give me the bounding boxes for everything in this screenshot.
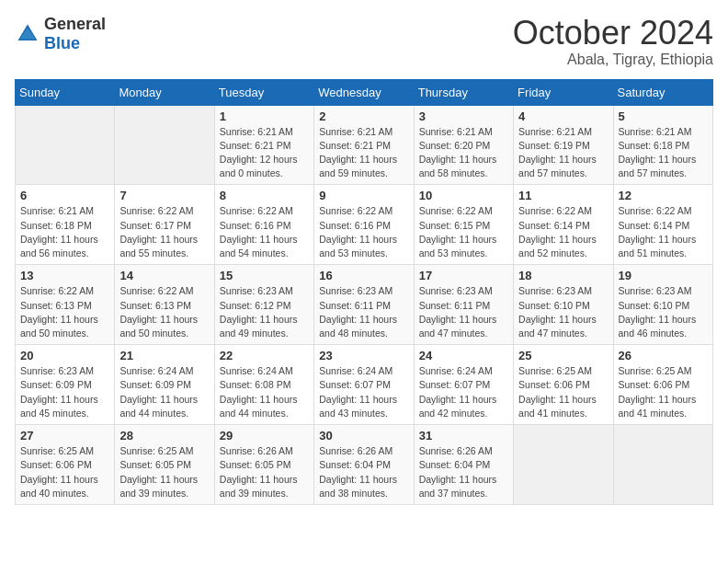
day-info: Sunrise: 6:26 AM Sunset: 6:05 PM Dayligh… (220, 444, 309, 500)
logo-icon (15, 21, 40, 47)
weekday-header-friday: Friday (514, 79, 613, 105)
calendar: SundayMondayTuesdayWednesdayThursdayFrid… (15, 79, 713, 505)
calendar-cell: 6Sunrise: 6:21 AM Sunset: 6:18 PM Daylig… (16, 185, 115, 265)
page-header: General Blue October 2024 Abala, Tigray,… (15, 15, 713, 68)
day-info: Sunrise: 6:26 AM Sunset: 6:04 PM Dayligh… (419, 444, 508, 500)
weekday-row: SundayMondayTuesdayWednesdayThursdayFrid… (16, 79, 713, 105)
calendar-cell: 20Sunrise: 6:23 AM Sunset: 6:09 PM Dayli… (16, 345, 115, 425)
day-info: Sunrise: 6:24 AM Sunset: 6:07 PM Dayligh… (319, 364, 408, 420)
calendar-week-2: 6Sunrise: 6:21 AM Sunset: 6:18 PM Daylig… (16, 185, 713, 265)
day-info: Sunrise: 6:24 AM Sunset: 6:09 PM Dayligh… (119, 364, 209, 420)
day-info: Sunrise: 6:21 AM Sunset: 6:18 PM Dayligh… (20, 204, 109, 260)
day-info: Sunrise: 6:25 AM Sunset: 6:06 PM Dayligh… (20, 444, 109, 500)
title-section: October 2024 Abala, Tigray, Ethiopia (513, 15, 713, 68)
day-info: Sunrise: 6:23 AM Sunset: 6:10 PM Dayligh… (619, 284, 708, 340)
day-number: 11 (518, 189, 608, 202)
day-info: Sunrise: 6:22 AM Sunset: 6:15 PM Dayligh… (419, 204, 508, 260)
calendar-cell: 23Sunrise: 6:24 AM Sunset: 6:07 PM Dayli… (314, 345, 414, 425)
day-info: Sunrise: 6:22 AM Sunset: 6:17 PM Dayligh… (119, 204, 209, 260)
day-number: 6 (20, 189, 109, 202)
day-info: Sunrise: 6:23 AM Sunset: 6:11 PM Dayligh… (319, 284, 408, 340)
calendar-cell: 27Sunrise: 6:25 AM Sunset: 6:06 PM Dayli… (16, 425, 115, 505)
day-number: 9 (319, 189, 408, 202)
calendar-cell (613, 425, 712, 505)
calendar-cell: 22Sunrise: 6:24 AM Sunset: 6:08 PM Dayli… (214, 345, 313, 425)
calendar-week-5: 27Sunrise: 6:25 AM Sunset: 6:06 PM Dayli… (16, 425, 713, 505)
day-info: Sunrise: 6:21 AM Sunset: 6:20 PM Dayligh… (419, 125, 508, 181)
calendar-cell: 24Sunrise: 6:24 AM Sunset: 6:07 PM Dayli… (414, 345, 513, 425)
calendar-week-1: 1Sunrise: 6:21 AM Sunset: 6:21 PM Daylig… (16, 105, 713, 185)
calendar-cell: 25Sunrise: 6:25 AM Sunset: 6:06 PM Dayli… (514, 345, 613, 425)
day-number: 2 (319, 109, 408, 123)
day-number: 27 (20, 429, 109, 442)
weekday-header-thursday: Thursday (414, 79, 513, 105)
calendar-cell: 11Sunrise: 6:22 AM Sunset: 6:14 PM Dayli… (514, 185, 613, 265)
calendar-cell: 18Sunrise: 6:23 AM Sunset: 6:10 PM Dayli… (514, 265, 613, 345)
day-number: 18 (518, 269, 608, 282)
calendar-cell: 29Sunrise: 6:26 AM Sunset: 6:05 PM Dayli… (214, 425, 313, 505)
calendar-cell (514, 425, 613, 505)
day-number: 31 (419, 429, 508, 442)
day-info: Sunrise: 6:22 AM Sunset: 6:16 PM Dayligh… (319, 204, 408, 260)
day-number: 12 (619, 189, 708, 202)
day-info: Sunrise: 6:25 AM Sunset: 6:06 PM Dayligh… (518, 364, 608, 420)
day-info: Sunrise: 6:22 AM Sunset: 6:13 PM Dayligh… (119, 284, 209, 340)
calendar-week-4: 20Sunrise: 6:23 AM Sunset: 6:09 PM Dayli… (16, 345, 713, 425)
day-number: 22 (220, 349, 309, 362)
logo-blue: Blue (44, 34, 80, 52)
calendar-cell: 4Sunrise: 6:21 AM Sunset: 6:19 PM Daylig… (514, 105, 613, 185)
calendar-cell: 5Sunrise: 6:21 AM Sunset: 6:18 PM Daylig… (613, 105, 712, 185)
day-info: Sunrise: 6:22 AM Sunset: 6:13 PM Dayligh… (20, 284, 109, 340)
day-number: 8 (220, 189, 309, 202)
day-info: Sunrise: 6:23 AM Sunset: 6:12 PM Dayligh… (220, 284, 309, 340)
calendar-cell: 8Sunrise: 6:22 AM Sunset: 6:16 PM Daylig… (214, 185, 313, 265)
day-info: Sunrise: 6:22 AM Sunset: 6:16 PM Dayligh… (220, 204, 309, 260)
day-number: 23 (319, 349, 408, 362)
day-info: Sunrise: 6:23 AM Sunset: 6:11 PM Dayligh… (419, 284, 508, 340)
day-info: Sunrise: 6:21 AM Sunset: 6:18 PM Dayligh… (619, 125, 708, 181)
day-number: 29 (220, 429, 309, 442)
calendar-cell: 28Sunrise: 6:25 AM Sunset: 6:05 PM Dayli… (115, 425, 214, 505)
day-number: 30 (319, 429, 408, 442)
day-info: Sunrise: 6:25 AM Sunset: 6:06 PM Dayligh… (619, 364, 708, 420)
calendar-cell: 10Sunrise: 6:22 AM Sunset: 6:15 PM Dayli… (414, 185, 513, 265)
calendar-header: SundayMondayTuesdayWednesdayThursdayFrid… (16, 79, 713, 105)
logo: General Blue (15, 15, 106, 53)
day-number: 20 (20, 349, 109, 362)
calendar-cell: 17Sunrise: 6:23 AM Sunset: 6:11 PM Dayli… (414, 265, 513, 345)
day-info: Sunrise: 6:22 AM Sunset: 6:14 PM Dayligh… (619, 204, 708, 260)
calendar-cell: 7Sunrise: 6:22 AM Sunset: 6:17 PM Daylig… (115, 185, 214, 265)
day-info: Sunrise: 6:26 AM Sunset: 6:04 PM Dayligh… (319, 444, 408, 500)
day-number: 24 (419, 349, 508, 362)
month-title: October 2024 (513, 15, 713, 52)
weekday-header-monday: Monday (115, 79, 214, 105)
calendar-cell: 3Sunrise: 6:21 AM Sunset: 6:20 PM Daylig… (414, 105, 513, 185)
day-number: 3 (419, 109, 508, 123)
calendar-cell: 30Sunrise: 6:26 AM Sunset: 6:04 PM Dayli… (314, 425, 414, 505)
weekday-header-wednesday: Wednesday (314, 79, 414, 105)
calendar-cell: 31Sunrise: 6:26 AM Sunset: 6:04 PM Dayli… (414, 425, 513, 505)
weekday-header-tuesday: Tuesday (214, 79, 313, 105)
calendar-cell: 19Sunrise: 6:23 AM Sunset: 6:10 PM Dayli… (613, 265, 712, 345)
day-number: 7 (119, 189, 209, 202)
day-number: 10 (419, 189, 508, 202)
day-info: Sunrise: 6:23 AM Sunset: 6:10 PM Dayligh… (518, 284, 608, 340)
day-number: 17 (419, 269, 508, 282)
calendar-cell (16, 105, 115, 185)
day-number: 5 (619, 109, 708, 123)
day-number: 28 (119, 429, 209, 442)
calendar-cell: 9Sunrise: 6:22 AM Sunset: 6:16 PM Daylig… (314, 185, 414, 265)
day-info: Sunrise: 6:22 AM Sunset: 6:14 PM Dayligh… (518, 204, 608, 260)
calendar-cell: 21Sunrise: 6:24 AM Sunset: 6:09 PM Dayli… (115, 345, 214, 425)
calendar-cell (115, 105, 214, 185)
day-info: Sunrise: 6:24 AM Sunset: 6:07 PM Dayligh… (419, 364, 508, 420)
calendar-cell: 13Sunrise: 6:22 AM Sunset: 6:13 PM Dayli… (16, 265, 115, 345)
calendar-cell: 26Sunrise: 6:25 AM Sunset: 6:06 PM Dayli… (613, 345, 712, 425)
calendar-cell: 16Sunrise: 6:23 AM Sunset: 6:11 PM Dayli… (314, 265, 414, 345)
day-number: 16 (319, 269, 408, 282)
day-number: 15 (220, 269, 309, 282)
day-number: 1 (220, 109, 309, 123)
day-info: Sunrise: 6:21 AM Sunset: 6:21 PM Dayligh… (319, 125, 408, 181)
location-title: Abala, Tigray, Ethiopia (513, 52, 713, 68)
day-info: Sunrise: 6:21 AM Sunset: 6:21 PM Dayligh… (220, 125, 309, 181)
